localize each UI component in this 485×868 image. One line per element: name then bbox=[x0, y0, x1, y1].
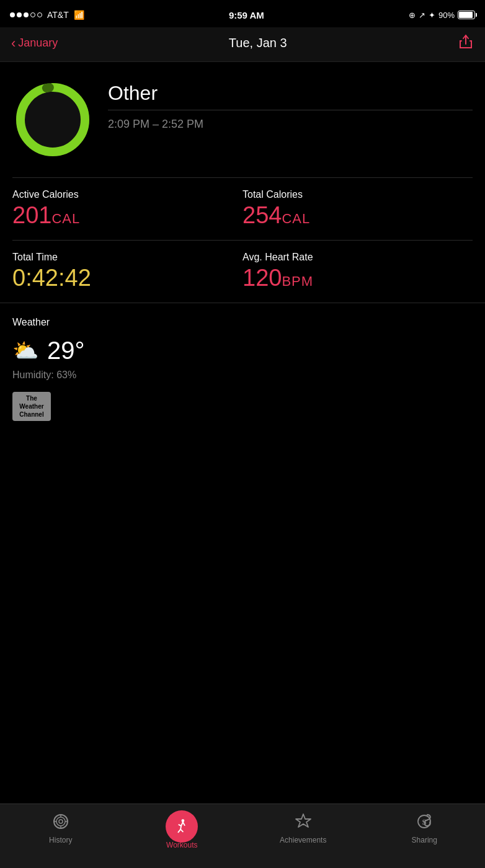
navigation-icon: ↗ bbox=[419, 11, 425, 20]
tab-history[interactable]: History bbox=[0, 810, 122, 844]
status-right: ⊕ ↗ ✦ 90% bbox=[409, 11, 475, 20]
signal-dot-3 bbox=[24, 12, 29, 17]
active-calories-stat: Active Calories 201CAL bbox=[12, 189, 242, 229]
active-calories-value: 201CAL bbox=[12, 203, 242, 229]
total-time-stat: Total Time 0:42:42 bbox=[12, 252, 242, 291]
nav-header: ‹ January Tue, Jan 3 bbox=[0, 27, 485, 62]
carrier-name: AT&T bbox=[47, 10, 69, 20]
workout-type: Other bbox=[108, 82, 473, 105]
battery-fill bbox=[459, 12, 473, 18]
achievements-tab-label: Achievements bbox=[280, 836, 326, 844]
history-tab-icon bbox=[50, 810, 72, 833]
workouts-tab-circle bbox=[166, 810, 198, 843]
battery-icon bbox=[458, 11, 475, 19]
calories-row: Active Calories 201CAL Total Calories 25… bbox=[12, 177, 473, 240]
workout-info: Other 2:09 PM – 2:52 PM bbox=[108, 79, 473, 131]
signal-strength bbox=[10, 12, 42, 17]
status-bar: AT&T 📶 9:59 AM ⊕ ↗ ✦ 90% bbox=[0, 0, 485, 27]
page-title: Tue, Jan 3 bbox=[229, 36, 287, 50]
svg-text:S: S bbox=[422, 817, 427, 826]
tab-workouts[interactable]: Workouts bbox=[122, 810, 243, 849]
workouts-tab-label: Workouts bbox=[166, 841, 197, 849]
wifi-icon: 📶 bbox=[74, 10, 84, 20]
total-calories-label: Total Calories bbox=[242, 189, 473, 200]
svg-point-6 bbox=[56, 817, 65, 826]
sharing-tab-icon: S bbox=[413, 810, 435, 833]
weather-channel-badge: The Weather Channel bbox=[12, 392, 51, 421]
cloud-icon: ⛅ bbox=[12, 338, 38, 363]
status-left: AT&T 📶 bbox=[10, 10, 84, 20]
svg-line-18 bbox=[183, 822, 185, 825]
signal-dot-4 bbox=[30, 12, 35, 17]
divider bbox=[108, 110, 473, 110]
achievements-tab-icon bbox=[292, 810, 314, 833]
back-button[interactable]: ‹ January bbox=[11, 37, 58, 50]
svg-point-7 bbox=[59, 820, 63, 823]
heart-rate-label: Avg. Heart Rate bbox=[242, 252, 473, 263]
active-calories-label: Active Calories bbox=[12, 189, 242, 200]
history-tab-label: History bbox=[49, 836, 72, 844]
total-time-value: 0:42:42 bbox=[12, 265, 242, 291]
heart-rate-value: 120BPM bbox=[242, 265, 473, 291]
weather-label: Weather bbox=[12, 317, 473, 328]
svg-line-17 bbox=[180, 830, 183, 832]
bluetooth-icon: ✦ bbox=[429, 11, 435, 20]
tab-achievements[interactable]: Achievements bbox=[242, 810, 364, 844]
main-content: Other 2:09 PM – 2:52 PM Active Calories … bbox=[0, 62, 485, 435]
signal-dot-1 bbox=[10, 12, 15, 17]
weather-temp-row: ⛅ 29° bbox=[12, 337, 473, 365]
tab-sharing[interactable]: S Sharing bbox=[364, 810, 486, 844]
back-chevron-icon: ‹ bbox=[11, 37, 16, 50]
share-button[interactable] bbox=[458, 33, 474, 53]
heart-rate-stat: Avg. Heart Rate 120BPM bbox=[242, 252, 473, 291]
weather-section: Weather ⛅ 29° Humidity: 63% The Weather … bbox=[0, 303, 485, 435]
signal-dot-5 bbox=[37, 12, 42, 17]
stats-section: Active Calories 201CAL Total Calories 25… bbox=[0, 177, 485, 303]
workout-header: Other 2:09 PM – 2:52 PM bbox=[0, 62, 485, 177]
back-label: January bbox=[18, 37, 58, 50]
total-calories-stat: Total Calories 254CAL bbox=[242, 189, 473, 229]
activity-ring bbox=[12, 79, 93, 160]
battery-percentage: 90% bbox=[438, 11, 455, 20]
signal-dot-2 bbox=[17, 12, 22, 17]
time-heart-row: Total Time 0:42:42 Avg. Heart Rate 120BP… bbox=[12, 240, 473, 303]
tab-bar: History Workouts Achievements bbox=[0, 804, 485, 868]
total-time-label: Total Time bbox=[12, 252, 242, 263]
sharing-tab-label: Sharing bbox=[412, 836, 437, 844]
status-time: 9:59 AM bbox=[229, 10, 264, 20]
svg-marker-19 bbox=[296, 814, 311, 827]
weather-humidity: Humidity: 63% bbox=[12, 370, 473, 381]
location-icon: ⊕ bbox=[409, 11, 416, 20]
weather-temperature: 29° bbox=[47, 337, 85, 365]
total-calories-value: 254CAL bbox=[242, 203, 473, 229]
workout-time-range: 2:09 PM – 2:52 PM bbox=[108, 118, 473, 131]
